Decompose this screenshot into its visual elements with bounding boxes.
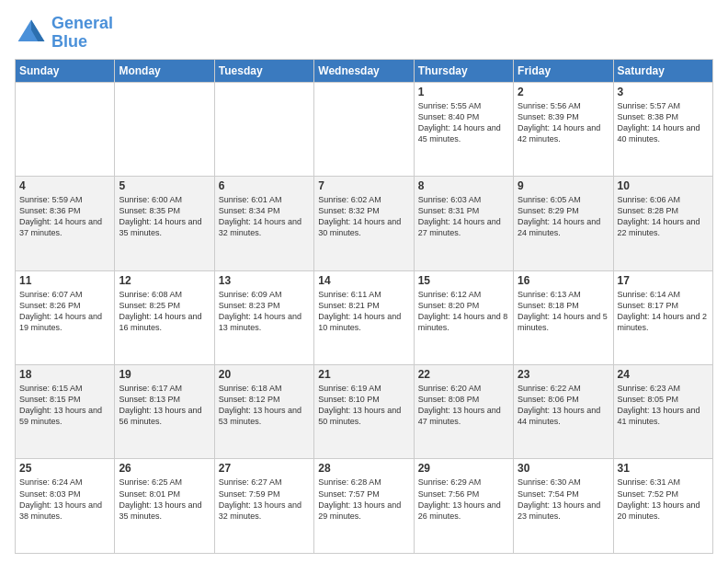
day-info: Sunrise: 6:05 AM Sunset: 8:29 PM Dayligh… (518, 194, 609, 239)
day-info: Sunrise: 6:00 AM Sunset: 8:35 PM Dayligh… (119, 194, 210, 239)
day-cell (314, 82, 414, 176)
day-info: Sunrise: 6:29 AM Sunset: 7:56 PM Dayligh… (418, 477, 509, 522)
day-info: Sunrise: 6:28 AM Sunset: 7:57 PM Dayligh… (318, 477, 409, 522)
day-info: Sunrise: 6:09 AM Sunset: 8:23 PM Dayligh… (219, 289, 310, 334)
day-info: Sunrise: 5:55 AM Sunset: 8:40 PM Dayligh… (418, 100, 509, 145)
day-number: 25 (19, 462, 110, 475)
header-thursday: Thursday (414, 59, 513, 82)
day-info: Sunrise: 6:25 AM Sunset: 8:01 PM Dayligh… (119, 477, 210, 522)
day-number: 20 (219, 368, 310, 381)
day-cell: 20Sunrise: 6:18 AM Sunset: 8:12 PM Dayli… (214, 365, 313, 459)
header-monday: Monday (115, 59, 214, 82)
header-sunday: Sunday (16, 59, 115, 82)
day-number: 9 (518, 179, 609, 192)
logo-icon (15, 17, 48, 50)
day-cell: 14Sunrise: 6:11 AM Sunset: 8:21 PM Dayli… (314, 270, 414, 364)
day-info: Sunrise: 6:19 AM Sunset: 8:10 PM Dayligh… (318, 383, 409, 428)
day-number: 11 (19, 274, 110, 287)
day-cell: 7Sunrise: 6:02 AM Sunset: 8:32 PM Daylig… (314, 177, 414, 270)
day-info: Sunrise: 6:14 AM Sunset: 8:17 PM Dayligh… (618, 289, 709, 334)
day-number: 30 (518, 462, 609, 475)
day-cell: 9Sunrise: 6:05 AM Sunset: 8:29 PM Daylig… (514, 177, 613, 270)
day-number: 19 (119, 368, 210, 381)
day-cell: 6Sunrise: 6:01 AM Sunset: 8:34 PM Daylig… (214, 177, 313, 270)
day-cell: 15Sunrise: 6:12 AM Sunset: 8:20 PM Dayli… (414, 270, 513, 364)
day-number: 13 (219, 274, 310, 287)
day-info: Sunrise: 5:56 AM Sunset: 8:39 PM Dayligh… (518, 100, 609, 145)
header-row: SundayMondayTuesdayWednesdayThursdayFrid… (16, 59, 713, 82)
day-cell: 4Sunrise: 5:59 AM Sunset: 8:36 PM Daylig… (16, 177, 115, 270)
day-number: 16 (518, 274, 609, 287)
day-number: 17 (618, 274, 709, 287)
day-cell: 27Sunrise: 6:27 AM Sunset: 7:59 PM Dayli… (214, 459, 313, 554)
day-info: Sunrise: 6:30 AM Sunset: 7:54 PM Dayligh… (518, 477, 609, 522)
day-info: Sunrise: 6:07 AM Sunset: 8:26 PM Dayligh… (19, 289, 110, 334)
day-number: 1 (418, 86, 509, 98)
day-number: 15 (418, 274, 509, 287)
day-cell: 28Sunrise: 6:28 AM Sunset: 7:57 PM Dayli… (314, 459, 414, 554)
day-number: 10 (618, 179, 709, 192)
day-number: 6 (219, 179, 310, 192)
day-info: Sunrise: 5:57 AM Sunset: 8:38 PM Dayligh… (618, 100, 709, 145)
day-number: 23 (518, 368, 609, 381)
day-number: 12 (119, 274, 210, 287)
day-number: 4 (19, 179, 110, 192)
day-cell: 16Sunrise: 6:13 AM Sunset: 8:18 PM Dayli… (514, 270, 613, 364)
day-cell: 24Sunrise: 6:23 AM Sunset: 8:05 PM Dayli… (613, 365, 712, 459)
week-row-3: 18Sunrise: 6:15 AM Sunset: 8:15 PM Dayli… (16, 365, 713, 459)
day-cell: 13Sunrise: 6:09 AM Sunset: 8:23 PM Dayli… (214, 270, 313, 364)
day-number: 18 (19, 368, 110, 381)
day-cell: 10Sunrise: 6:06 AM Sunset: 8:28 PM Dayli… (613, 177, 712, 270)
day-cell: 5Sunrise: 6:00 AM Sunset: 8:35 PM Daylig… (115, 177, 214, 270)
day-info: Sunrise: 6:23 AM Sunset: 8:05 PM Dayligh… (618, 383, 709, 428)
day-cell: 25Sunrise: 6:24 AM Sunset: 8:03 PM Dayli… (16, 459, 115, 554)
day-number: 14 (318, 274, 409, 287)
header-saturday: Saturday (613, 59, 712, 82)
day-number: 28 (318, 462, 409, 475)
day-info: Sunrise: 6:12 AM Sunset: 8:20 PM Dayligh… (418, 289, 509, 334)
day-number: 22 (418, 368, 509, 381)
day-info: Sunrise: 6:31 AM Sunset: 7:52 PM Dayligh… (618, 477, 709, 522)
day-number: 26 (119, 462, 210, 475)
week-row-1: 4Sunrise: 5:59 AM Sunset: 8:36 PM Daylig… (16, 177, 713, 270)
header: General Blue (15, 15, 713, 52)
day-cell: 1Sunrise: 5:55 AM Sunset: 8:40 PM Daylig… (414, 82, 513, 176)
day-cell: 19Sunrise: 6:17 AM Sunset: 8:13 PM Dayli… (115, 365, 214, 459)
day-info: Sunrise: 6:15 AM Sunset: 8:15 PM Dayligh… (19, 383, 110, 428)
day-number: 8 (418, 179, 509, 192)
day-number: 24 (618, 368, 709, 381)
header-tuesday: Tuesday (214, 59, 313, 82)
day-info: Sunrise: 6:13 AM Sunset: 8:18 PM Dayligh… (518, 289, 609, 334)
day-info: Sunrise: 6:02 AM Sunset: 8:32 PM Dayligh… (318, 194, 409, 239)
day-cell: 8Sunrise: 6:03 AM Sunset: 8:31 PM Daylig… (414, 177, 513, 270)
week-row-4: 25Sunrise: 6:24 AM Sunset: 8:03 PM Dayli… (16, 459, 713, 554)
day-number: 7 (318, 179, 409, 192)
week-row-2: 11Sunrise: 6:07 AM Sunset: 8:26 PM Dayli… (16, 270, 713, 364)
day-cell: 29Sunrise: 6:29 AM Sunset: 7:56 PM Dayli… (414, 459, 513, 554)
day-info: Sunrise: 6:27 AM Sunset: 7:59 PM Dayligh… (219, 477, 310, 522)
day-cell: 18Sunrise: 6:15 AM Sunset: 8:15 PM Dayli… (16, 365, 115, 459)
day-info: Sunrise: 6:06 AM Sunset: 8:28 PM Dayligh… (618, 194, 709, 239)
day-cell: 31Sunrise: 6:31 AM Sunset: 7:52 PM Dayli… (613, 459, 712, 554)
day-info: Sunrise: 6:08 AM Sunset: 8:25 PM Dayligh… (119, 289, 210, 334)
day-info: Sunrise: 6:20 AM Sunset: 8:08 PM Dayligh… (418, 383, 509, 428)
day-cell: 21Sunrise: 6:19 AM Sunset: 8:10 PM Dayli… (314, 365, 414, 459)
day-info: Sunrise: 6:11 AM Sunset: 8:21 PM Dayligh… (318, 289, 409, 334)
day-info: Sunrise: 6:01 AM Sunset: 8:34 PM Dayligh… (219, 194, 310, 239)
day-cell: 12Sunrise: 6:08 AM Sunset: 8:25 PM Dayli… (115, 270, 214, 364)
day-info: Sunrise: 6:18 AM Sunset: 8:12 PM Dayligh… (219, 383, 310, 428)
day-number: 5 (119, 179, 210, 192)
day-number: 31 (618, 462, 709, 475)
day-number: 2 (518, 86, 609, 98)
day-cell: 2Sunrise: 5:56 AM Sunset: 8:39 PM Daylig… (514, 82, 613, 176)
day-cell: 11Sunrise: 6:07 AM Sunset: 8:26 PM Dayli… (16, 270, 115, 364)
day-cell (214, 82, 313, 176)
day-cell: 26Sunrise: 6:25 AM Sunset: 8:01 PM Dayli… (115, 459, 214, 554)
day-number: 27 (219, 462, 310, 475)
calendar-table: SundayMondayTuesdayWednesdayThursdayFrid… (15, 59, 713, 554)
header-wednesday: Wednesday (314, 59, 414, 82)
day-cell (16, 82, 115, 176)
day-cell: 3Sunrise: 5:57 AM Sunset: 8:38 PM Daylig… (613, 82, 712, 176)
day-info: Sunrise: 6:17 AM Sunset: 8:13 PM Dayligh… (119, 383, 210, 428)
page: General Blue SundayMondayTuesdayWednesda… (0, 0, 728, 563)
